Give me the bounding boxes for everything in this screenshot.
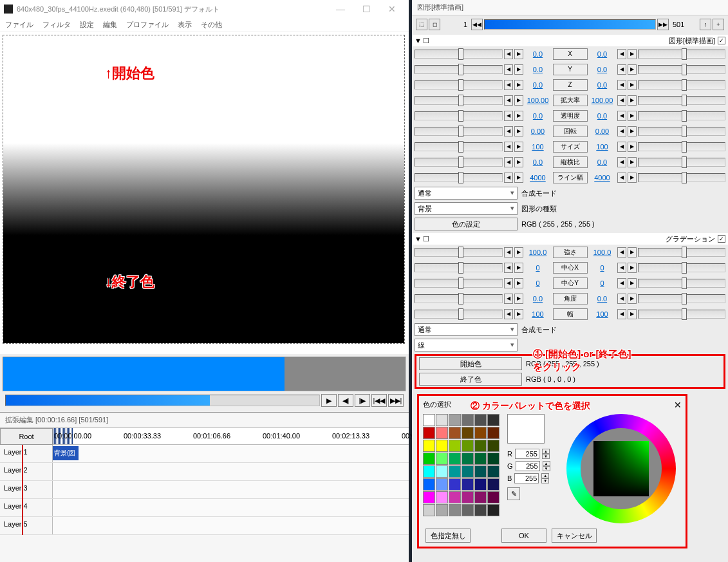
color-swatch[interactable] xyxy=(487,453,499,465)
param-value[interactable]: 0.0 xyxy=(525,66,552,73)
inc-button[interactable]: ▶ xyxy=(514,294,523,304)
ok-button[interactable]: OK xyxy=(501,529,546,543)
menu-file[interactable]: ファイル xyxy=(5,20,33,30)
inc-button[interactable]: ▶ xyxy=(514,309,523,319)
param-value[interactable]: 0 xyxy=(525,264,552,272)
color-swatch[interactable] xyxy=(474,478,487,491)
color-swatch[interactable] xyxy=(423,440,435,452)
dec-button[interactable]: ◀ xyxy=(617,173,626,183)
param-slider[interactable] xyxy=(638,65,726,74)
menu-view[interactable]: 表示 xyxy=(178,20,192,30)
dec-button[interactable]: ◀ xyxy=(504,157,513,167)
param-value[interactable]: 0.0 xyxy=(589,295,616,303)
close-button[interactable]: ✕ xyxy=(379,0,405,18)
color-swatch[interactable] xyxy=(487,465,499,478)
inc-button[interactable]: ▶ xyxy=(628,142,637,152)
inc-button[interactable]: ▶ xyxy=(628,126,637,136)
param-label[interactable]: 回転 xyxy=(553,126,588,137)
param-label[interactable]: 透明度 xyxy=(553,110,588,122)
param-label[interactable]: 縦横比 xyxy=(553,156,588,168)
color-swatch[interactable] xyxy=(436,453,448,465)
param-value[interactable]: 0 xyxy=(589,279,616,287)
frame-end[interactable]: 501 xyxy=(670,21,698,28)
dec-button[interactable]: ◀ xyxy=(617,49,626,59)
param-slider[interactable] xyxy=(638,142,726,151)
b-input[interactable] xyxy=(514,473,539,483)
dec-button[interactable]: ◀ xyxy=(617,309,626,319)
dec-button[interactable]: ◀ xyxy=(504,142,513,152)
param-label[interactable]: 拡大率 xyxy=(553,95,588,106)
root-button[interactable]: Root xyxy=(0,428,53,445)
color-swatch[interactable] xyxy=(487,414,499,426)
menu-other[interactable]: その他 xyxy=(201,20,222,30)
blend-mode-select[interactable]: 通常 xyxy=(415,323,518,336)
param-slider[interactable] xyxy=(638,127,726,136)
dec-button[interactable]: ◀ xyxy=(617,157,626,167)
frame-slider[interactable] xyxy=(484,19,656,30)
param-label[interactable]: Z xyxy=(553,79,588,91)
dec-button[interactable]: ◀ xyxy=(504,278,513,288)
section-header[interactable]: ▼ ☐ 図形[標準描画] ✓ xyxy=(412,35,728,46)
color-swatch[interactable] xyxy=(423,491,435,503)
dec-button[interactable]: ◀ xyxy=(504,294,513,304)
dec-button[interactable]: ◀ xyxy=(504,95,513,106)
menu-filter[interactable]: フィルタ xyxy=(42,20,71,30)
track[interactable] xyxy=(53,499,409,516)
param-value[interactable]: 0.0 xyxy=(589,158,616,166)
param-label[interactable]: 幅 xyxy=(553,308,588,320)
param-slider[interactable] xyxy=(638,158,726,167)
inc-button[interactable]: ▶ xyxy=(514,263,523,273)
param-value[interactable]: 0.00 xyxy=(525,127,552,135)
param-value[interactable]: 0.0 xyxy=(589,81,616,89)
inc-button[interactable]: ▶ xyxy=(514,126,523,136)
dec-button[interactable]: ◀ xyxy=(617,278,626,288)
param-value[interactable]: 0.0 xyxy=(525,50,552,58)
param-slider[interactable] xyxy=(638,173,726,182)
param-slider[interactable] xyxy=(638,279,726,288)
param-slider[interactable] xyxy=(415,65,503,74)
color-swatch[interactable] xyxy=(449,478,461,491)
layer-name[interactable]: Layer 5 xyxy=(0,517,53,534)
color-swatch[interactable] xyxy=(487,504,499,516)
param-slider[interactable] xyxy=(415,80,503,89)
blend-mode-select[interactable]: 通常 xyxy=(415,187,518,200)
clip[interactable]: 背景(図 xyxy=(53,446,79,460)
param-value[interactable]: 0.0 xyxy=(525,295,552,303)
layer-name[interactable]: Layer 1 xyxy=(0,445,53,462)
color-swatch[interactable] xyxy=(436,504,448,516)
param-slider[interactable] xyxy=(638,248,726,257)
dec-button[interactable]: ◀ xyxy=(617,142,626,152)
param-value[interactable]: 4000 xyxy=(525,174,552,182)
inc-button[interactable]: ▶ xyxy=(628,157,637,167)
dec-button[interactable]: ◀ xyxy=(617,247,626,258)
inc-button[interactable]: ▶ xyxy=(514,64,523,75)
minimize-button[interactable]: — xyxy=(328,0,353,18)
param-slider[interactable] xyxy=(638,50,726,59)
dec-button[interactable]: ◀ xyxy=(504,309,513,319)
dec-button[interactable]: ◀ xyxy=(617,294,626,304)
color-swatch[interactable] xyxy=(423,478,435,491)
param-slider[interactable] xyxy=(415,50,503,59)
color-swatch[interactable] xyxy=(436,440,448,452)
dec-button[interactable]: ◀ xyxy=(504,80,513,90)
color-swatch[interactable] xyxy=(436,478,448,491)
inc-button[interactable]: ▶ xyxy=(628,173,637,183)
track[interactable] xyxy=(53,517,409,534)
param-slider[interactable] xyxy=(415,248,503,257)
inc-button[interactable]: ▶ xyxy=(628,278,637,288)
dec-button[interactable]: ◀ xyxy=(504,49,513,59)
color-swatch[interactable] xyxy=(449,453,461,465)
param-value[interactable]: 100.0 xyxy=(525,248,552,256)
color-swatch[interactable] xyxy=(462,465,474,478)
param-value[interactable]: 0.0 xyxy=(525,158,552,166)
color-swatch[interactable] xyxy=(423,414,435,426)
next-icon[interactable]: ▶▶ xyxy=(657,19,669,30)
dec-button[interactable]: ◀ xyxy=(617,95,626,106)
add-icon[interactable]: + xyxy=(713,19,724,30)
param-label[interactable]: 角度 xyxy=(553,293,588,304)
param-value[interactable]: 100 xyxy=(525,143,552,151)
color-swatch[interactable] xyxy=(436,465,448,478)
spin-up[interactable]: ▲ xyxy=(542,449,550,454)
section-header[interactable]: ▼ ☐ グラデーション ✓ xyxy=(412,233,728,245)
color-swatch[interactable] xyxy=(423,427,435,439)
